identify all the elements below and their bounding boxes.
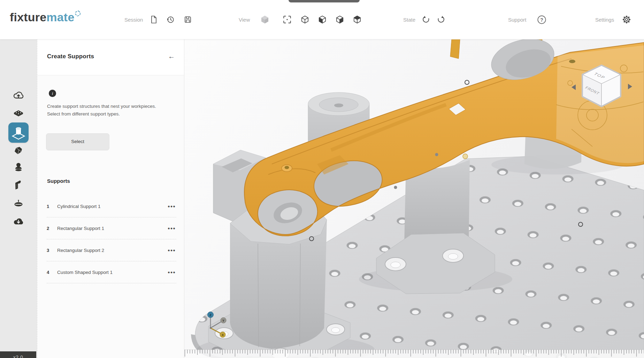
panel-back-button[interactable]: ← [168, 52, 175, 60]
sidebar-item-side-clamp[interactable] [13, 198, 24, 211]
row-menu-icon[interactable]: ●●● [167, 269, 176, 276]
cube-face-right-icon[interactable] [335, 15, 344, 25]
support-row-4[interactable]: 4 Custom Shaped Support 1 ●●● [47, 261, 176, 283]
zoom-indicator: x2.0 [0, 351, 36, 358]
support-index: 1 [47, 204, 57, 209]
sidebar-item-import-upload[interactable] [13, 90, 24, 103]
gear-icon[interactable] [622, 15, 631, 26]
support-index: 4 [47, 270, 57, 275]
settings-group-label: Settings [595, 17, 614, 23]
info-icon: i [49, 90, 56, 97]
sidebar-item-create-supports[interactable] [8, 122, 29, 143]
panel-header: Create Supports ← [37, 39, 184, 75]
viewport-ruler [184, 350, 644, 358]
support-row-1[interactable]: 1 Cylindrical Support 1 ●●● [47, 195, 176, 217]
sidebar-item-workpiece[interactable] [13, 145, 24, 158]
supports-list: 1 Cylindrical Support 1 ●●● 2 Rectangula… [47, 195, 176, 283]
support-row-2[interactable]: 2 Rectangular Support 1 ●●● [47, 217, 176, 239]
support-name: Rectangular Support 2 [57, 248, 167, 253]
viewport-3d-scene[interactable]: Z Y X TOP FRONT [184, 39, 644, 358]
create-supports-panel: Create Supports ← i Create support struc… [37, 39, 184, 358]
help-icon[interactable]: ? [537, 15, 546, 26]
support-index: 2 [47, 226, 57, 231]
logo-text-mate: mate [46, 10, 74, 24]
support-row-3[interactable]: 3 Rectangular Support 2 ●●● [47, 239, 176, 261]
support-index: 3 [47, 248, 57, 253]
row-menu-icon[interactable]: ●●● [167, 225, 176, 232]
logo-hexagon-icon [75, 10, 81, 16]
sidebar-item-export-download[interactable] [13, 216, 24, 229]
fixturemate-app: fixturemate Session View St [0, 0, 644, 358]
supports-list-heading: Supports [47, 178, 70, 184]
row-menu-icon[interactable]: ●●● [167, 203, 176, 210]
window-drag-handle[interactable] [289, 0, 360, 2]
support-name: Rectangular Support 1 [57, 226, 167, 231]
logo-text-fixture: fixture [10, 10, 46, 24]
top-toolbar: fixturemate Session View St [0, 0, 644, 39]
cube-face-top-icon[interactable] [353, 15, 362, 25]
save-icon[interactable] [184, 15, 192, 25]
redo-icon[interactable] [437, 15, 445, 25]
panel-description: Create support structures that nest your… [47, 103, 170, 118]
shaded-cube-icon[interactable] [260, 14, 270, 26]
zoom-fit-icon[interactable] [283, 15, 292, 25]
support-group-label: Support [508, 17, 527, 23]
sidebar-item-baseplate[interactable] [13, 108, 24, 121]
cube-face-left-icon[interactable] [318, 15, 327, 25]
state-group-label: State [403, 17, 415, 23]
session-group-label: Session [124, 17, 143, 23]
app-logo: fixturemate [10, 10, 80, 24]
svg-text:?: ? [540, 17, 543, 23]
axis-z-label: Z [209, 313, 212, 317]
new-file-icon[interactable] [150, 15, 158, 25]
axis-x-label: X [222, 333, 224, 337]
sidebar-item-toggle-clamp[interactable] [13, 179, 24, 193]
axis-y-label: Y [222, 319, 224, 322]
undo-icon[interactable] [422, 15, 430, 25]
iso-cube-icon[interactable] [300, 15, 309, 25]
sidebar-item-clamp[interactable] [13, 162, 24, 175]
panel-title: Create Supports [47, 53, 94, 60]
viewport-3d[interactable]: Z Y X TOP FRONT [184, 39, 644, 358]
support-name: Cylindrical Support 1 [57, 204, 167, 209]
history-icon[interactable] [166, 15, 175, 25]
support-name: Custom Shaped Support 1 [57, 270, 167, 275]
tool-rail [0, 39, 37, 358]
select-button[interactable]: Select [46, 133, 109, 150]
row-menu-icon[interactable]: ●●● [167, 247, 176, 254]
view-group-label: View [239, 17, 250, 23]
